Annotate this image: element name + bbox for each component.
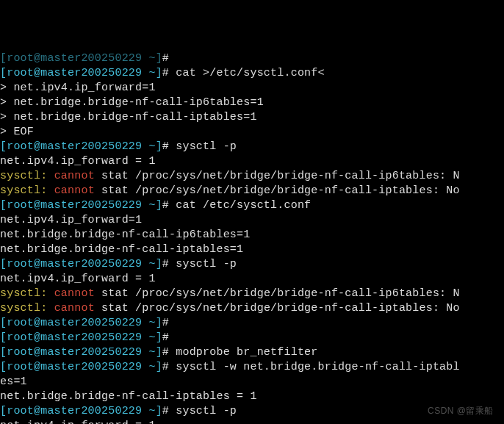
- sysctl-label: sysctl:: [0, 184, 54, 197]
- terminal-line: [root@master200250229 ~]# sysctl -p: [0, 140, 504, 154]
- terminal-line: net.ipv4.ip_forward = 1: [0, 272, 504, 287]
- command-text: sysctl -w net.bridge.bridge-nf-call-ipta…: [176, 361, 459, 373]
- terminal-line: [root@master200250229 ~]#: [0, 51, 504, 66]
- terminal-output[interactable]: [root@master200250229 ~]# [root@master20…: [0, 51, 504, 424]
- output-line: net.ipv4.ip_forward=1: [0, 214, 142, 226]
- output-line: net.ipv4.ip_forward = 1: [0, 420, 156, 424]
- command-text: modprobe br_netfilter: [176, 346, 317, 359]
- output-line: net.ipv4.ip_forward = 1: [0, 273, 156, 285]
- csdn-watermark: CSDN @留乘船: [428, 403, 494, 418]
- sysctl-label: sysctl:: [0, 287, 54, 300]
- terminal-line: net.bridge.bridge-nf-call-iptables = 1: [0, 389, 504, 404]
- command-text: cat /etc/sysctl.conf: [176, 199, 311, 212]
- terminal-line: > net.ipv4.ip_forward=1: [0, 81, 504, 96]
- terminal-line: sysctl: cannot stat /proc/sys/net/bridge…: [0, 169, 504, 184]
- terminal-line: net.ipv4.ip_forward=1: [0, 213, 504, 228]
- heredoc-line: > EOF: [0, 126, 34, 138]
- terminal-line: > net.bridge.bridge-nf-call-ip6tables=1: [0, 96, 504, 110]
- command-text: cat >/etc/sysctl.conf<: [176, 67, 324, 79]
- output-line: net.bridge.bridge-nf-call-iptables=1: [0, 243, 243, 256]
- terminal-line: [root@master200250229 ~]# sysctl -w net.…: [0, 360, 504, 375]
- terminal-line: [root@master200250229 ~]# modprobe br_ne…: [0, 345, 504, 360]
- terminal-line: sysctl: cannot stat /proc/sys/net/bridge…: [0, 184, 504, 198]
- sysctl-label: sysctl:: [0, 302, 54, 315]
- terminal-line: es=1: [0, 375, 504, 389]
- heredoc-line: > net.bridge.bridge-nf-call-iptables=1: [0, 111, 257, 123]
- terminal-line: sysctl: cannot stat /proc/sys/net/bridge…: [0, 287, 504, 301]
- heredoc-line: > net.ipv4.ip_forward=1: [0, 82, 156, 94]
- error-word: cannot: [54, 302, 95, 315]
- terminal-line: > net.bridge.bridge-nf-call-iptables=1: [0, 110, 504, 125]
- terminal-line: [root@master200250229 ~]# cat /etc/sysct…: [0, 198, 504, 213]
- command-text: sysctl -p: [176, 258, 237, 270]
- terminal-line: > EOF: [0, 125, 504, 140]
- terminal-line: net.bridge.bridge-nf-call-ip6tables=1: [0, 228, 504, 242]
- terminal-line: net.ipv4.ip_forward = 1: [0, 419, 504, 424]
- terminal-line: net.bridge.bridge-nf-call-iptables=1: [0, 242, 504, 257]
- terminal-line: [root@master200250229 ~]# sysctl -p: [0, 257, 504, 272]
- heredoc-line: > net.bridge.bridge-nf-call-ip6tables=1: [0, 96, 264, 109]
- output-line: net.ipv4.ip_forward = 1: [0, 155, 156, 168]
- command-text: sysctl -p: [176, 405, 237, 417]
- terminal-line: [root@master200250229 ~]#: [0, 316, 504, 331]
- terminal-line: sysctl: cannot stat /proc/sys/net/bridge…: [0, 301, 504, 316]
- terminal-line: [root@master200250229 ~]# cat >/etc/sysc…: [0, 66, 504, 81]
- error-word: cannot: [54, 287, 95, 300]
- output-line: es=1: [0, 376, 27, 388]
- error-word: cannot: [54, 184, 95, 197]
- sysctl-label: sysctl:: [0, 170, 54, 182]
- terminal-line: [root@master200250229 ~]#: [0, 331, 504, 345]
- output-line: net.bridge.bridge-nf-call-iptables = 1: [0, 390, 257, 403]
- error-word: cannot: [54, 170, 95, 182]
- command-text: sysctl -p: [176, 140, 237, 153]
- terminal-line: net.ipv4.ip_forward = 1: [0, 154, 504, 169]
- output-line: net.bridge.bridge-nf-call-ip6tables=1: [0, 229, 250, 241]
